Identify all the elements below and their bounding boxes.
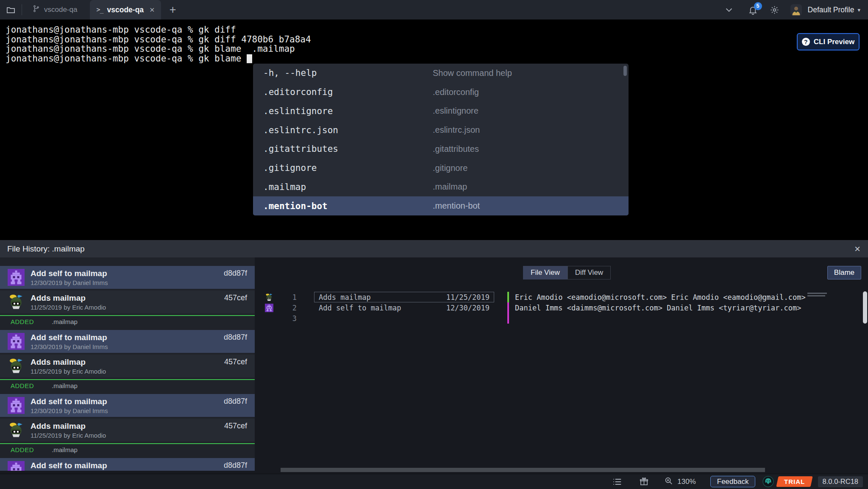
commit-list-item[interactable]: Add self to mailmap 12/30/2019 by Daniel…	[0, 458, 255, 471]
cli-preview-button[interactable]: ? CLI Preview	[797, 33, 860, 50]
autocomplete-item-label: .editorconfig	[253, 87, 433, 97]
autocomplete-item-label: .mailmap	[253, 182, 433, 192]
profile-avatar[interactable]	[790, 4, 802, 16]
commit-author-avatar	[8, 293, 25, 310]
tab-file-view[interactable]: File View	[523, 266, 568, 279]
autocomplete-item-label: -h, --help	[253, 68, 433, 78]
commit-list-item[interactable]: Add self to mailmap 12/30/2019 by Daniel…	[0, 394, 255, 417]
editor-minimap	[807, 293, 828, 298]
commit-date-author: 11/25/2019 by Eric Amodio	[31, 368, 106, 375]
cli-preview-label: CLI Preview	[814, 38, 854, 46]
autocomplete-item-label: .eslintrc.json	[253, 125, 433, 135]
terminal-line: jonathans@jonathans-mbp vscode-qa % gk b…	[6, 54, 868, 64]
autocomplete-item[interactable]: .gitattributes .gitattributes	[253, 140, 629, 159]
file-name: .mailmap	[52, 318, 78, 325]
blame-color-bar	[507, 313, 509, 324]
open-repo-icon[interactable]	[6, 5, 16, 15]
blame-line[interactable]: 2 Add self to mailmap 12/30/2019 Daniel …	[259, 302, 868, 313]
commit-date-author: 12/30/2019 by Daniel Imms	[31, 279, 108, 286]
close-panel-icon[interactable]: ×	[854, 244, 860, 254]
blame-commit-date: 12/30/2019	[446, 304, 490, 312]
autocomplete-item-description: .gitattributes	[433, 144, 479, 154]
autocomplete-item[interactable]: .mention-bot .mention-bot	[253, 196, 629, 215]
profile-name[interactable]: Default Profile	[808, 6, 854, 14]
autocomplete-item-description: .eslintignore	[433, 106, 479, 116]
line-number: 3	[275, 314, 297, 323]
commit-text: Adds mailmap 11/25/2019 by Eric Amodio	[31, 293, 106, 311]
commit-title: Adds mailmap	[31, 293, 106, 303]
commit-text: Adds mailmap 11/25/2019 by Eric Amodio	[31, 358, 106, 375]
new-tab-button[interactable]: +	[170, 4, 176, 16]
commit-list-item[interactable]: Adds mailmap 11/25/2019 by Eric Amodio 4…	[0, 419, 255, 441]
whats-new-gift-icon[interactable]	[639, 477, 649, 486]
file-view-panel: File View Diff View Blame 1 Adds mailmap…	[259, 257, 868, 474]
commit-author-avatar	[8, 269, 25, 286]
commit-list-item[interactable]: Adds mailmap 11/25/2019 by Eric Amodio 4…	[0, 355, 255, 377]
terminal-line: jonathans@jonathans-mbp vscode-qa % gk d…	[6, 25, 868, 35]
commit-author-avatar	[8, 397, 25, 414]
blame-button[interactable]: Blame	[827, 266, 861, 279]
autocomplete-item-description: .mailmap	[433, 182, 467, 192]
autocomplete-item[interactable]: .eslintignore .eslintignore	[253, 102, 629, 121]
commit-list-item[interactable]: Adds mailmap 11/25/2019 by Eric Amodio 4…	[0, 291, 255, 313]
blame-annotation: Add self to mailmap 12/30/2019	[314, 303, 494, 313]
autocomplete-dropdown: -h, --help Show command help .editorconf…	[253, 64, 629, 215]
vertical-scrollbar-thumb[interactable]	[863, 291, 867, 324]
tab-repo-vscode-qa[interactable]: vscode-qa	[32, 5, 77, 15]
tab-diff-view[interactable]: Diff View	[568, 266, 611, 279]
autocomplete-item-description: .gitignore	[433, 163, 467, 173]
commit-list-item[interactable]: Add self to mailmap 12/30/2019 by Daniel…	[0, 266, 255, 289]
dropdown-scrollbar-thumb[interactable]	[623, 66, 627, 76]
blame-commit-message: Add self to mailmap	[319, 304, 401, 312]
changelog-list-icon[interactable]	[612, 477, 622, 487]
file-history-title: File History: .mailmap	[7, 244, 85, 254]
commit-date-author: 12/30/2019 by Daniel Imms	[31, 343, 108, 350]
autocomplete-item[interactable]: .mailmap .mailmap	[253, 178, 629, 197]
chevron-down-icon[interactable]	[724, 5, 734, 14]
file-change-row[interactable]: ADDED .mailmap	[0, 379, 255, 391]
settings-gear-icon[interactable]	[770, 5, 779, 15]
blame-author-avatar	[265, 314, 273, 323]
commit-hash: 457cef	[224, 419, 247, 430]
zoom-control[interactable]: 130%	[664, 476, 696, 487]
code-line-text: Daniel Imms <daimms@microsoft.com> Danie…	[515, 304, 801, 312]
zoom-in-icon	[664, 476, 673, 487]
gitkraken-logo[interactable]	[762, 476, 774, 487]
commit-text: Adds mailmap 11/25/2019 by Eric Amodio	[31, 422, 106, 439]
commit-hash: d8d87f	[224, 266, 247, 278]
feedback-button[interactable]: Feedback	[710, 476, 756, 487]
blame-content: 1 Adds mailmap 11/25/2019 Eric Amodio <e…	[259, 292, 868, 324]
blame-author-avatar	[265, 304, 273, 312]
blame-author-avatar	[265, 293, 273, 302]
autocomplete-item[interactable]: .gitignore .gitignore	[253, 159, 629, 178]
top-tab-bar: vscode-qa >_ vscode-qa × + 5 Default Pro…	[0, 0, 868, 20]
autocomplete-item[interactable]: .eslintrc.json .eslintrc.json	[253, 120, 629, 140]
autocomplete-item[interactable]: .editorconfig .editorconfig	[253, 83, 629, 102]
notifications-bell-icon[interactable]: 5	[748, 5, 758, 15]
commit-text: Add self to mailmap 12/30/2019 by Daniel…	[31, 397, 108, 414]
autocomplete-item-label: .mention-bot	[253, 201, 433, 211]
commit-date-author: 11/25/2019 by Eric Amodio	[31, 432, 106, 439]
blame-line[interactable]: 3	[259, 313, 868, 324]
file-change-row[interactable]: ADDED .mailmap	[0, 315, 255, 327]
commit-hash: d8d87f	[224, 394, 247, 406]
autocomplete-item-label: .gitattributes	[253, 144, 433, 154]
file-change-row[interactable]: ADDED .mailmap	[0, 443, 255, 455]
commit-author-avatar	[8, 422, 25, 439]
commit-date-author: 12/30/2019 by Daniel Imms	[31, 407, 108, 414]
commit-list-item[interactable]: Add self to mailmap 12/30/2019 by Daniel…	[0, 330, 255, 353]
commit-title: Adds mailmap	[31, 422, 106, 431]
close-tab-icon[interactable]: ×	[150, 6, 155, 14]
profile-caret-down-icon[interactable]: ▾	[857, 7, 860, 13]
blame-color-bar	[507, 292, 509, 302]
terminal-line: jonathans@jonathans-mbp vscode-qa % gk d…	[6, 35, 868, 45]
tab-terminal-vscode-qa[interactable]: >_ vscode-qa ×	[90, 0, 161, 20]
question-icon: ?	[802, 38, 810, 46]
commit-text: Add self to mailmap 12/30/2019 by Daniel…	[31, 333, 108, 350]
notification-count-badge: 5	[754, 2, 762, 10]
trial-badge: TRIAL	[776, 476, 813, 487]
horizontal-scrollbar-thumb[interactable]	[281, 468, 765, 472]
blame-line[interactable]: 1 Adds mailmap 11/25/2019 Eric Amodio <e…	[259, 292, 868, 302]
file-history-header: File History: .mailmap ×	[0, 240, 868, 257]
autocomplete-item[interactable]: -h, --help Show command help	[253, 64, 629, 83]
